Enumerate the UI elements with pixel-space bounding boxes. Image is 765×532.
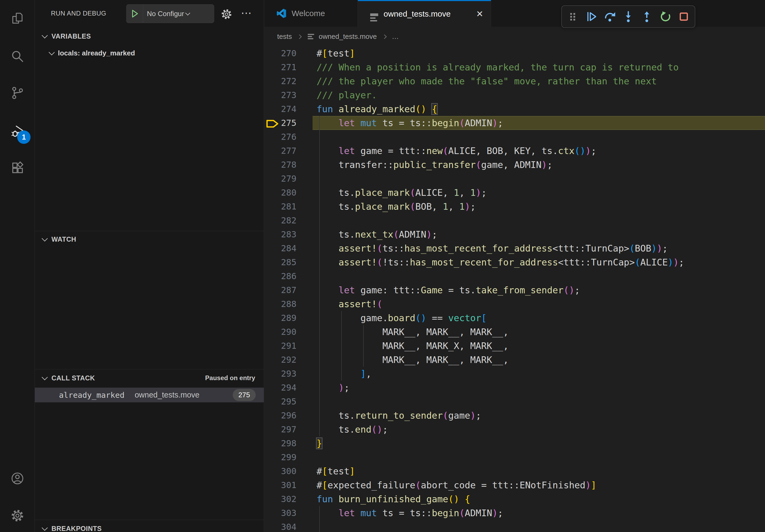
line-number[interactable]: 290 [264,325,297,339]
section-breakpoints[interactable]: BREAKPOINTS [35,521,264,532]
extensions-icon[interactable] [0,154,35,181]
code-line-270[interactable]: 270#[test] [264,46,765,60]
line-number[interactable]: 279 [264,172,297,186]
debug-settings-gear-icon[interactable] [220,8,233,21]
code-line-273[interactable]: 273/// player. [264,88,765,102]
line-content[interactable]: /// player. [317,88,377,102]
code-line-279[interactable]: 279 [264,172,765,186]
line-number[interactable]: 282 [264,213,297,227]
close-icon[interactable]: ✕ [476,9,483,19]
line-content[interactable]: assert!(!ts::has_most_recent_for_address… [317,255,684,269]
code-line-300[interactable]: 300#[test] [264,464,765,478]
line-number[interactable]: 294 [264,381,297,395]
code-line-298[interactable]: 298} [264,436,765,450]
line-number[interactable]: 304 [264,520,297,532]
line-content[interactable]: ts.place_mark(ALICE, 1, 1); [317,186,487,199]
step-into-icon[interactable] [621,9,636,24]
line-content[interactable]: ts.place_mark(BOB, 1, 1); [317,199,476,213]
code-area[interactable]: 270#[test]271/// When a position is alre… [264,46,765,532]
tab-welcome[interactable]: Welcome [264,0,358,27]
line-content[interactable]: MARK__, MARK__, MARK__, [317,325,508,339]
line-content[interactable]: MARK__, MARK_X, MARK__, [317,339,508,353]
line-content[interactable]: let mut ts = ts::begin(ADMIN); [317,116,503,130]
line-number[interactable]: 277 [264,144,297,158]
code-line-275[interactable]: 275 let mut ts = ts::begin(ADMIN); [264,116,765,130]
line-number[interactable]: 292 [264,353,297,367]
line-content[interactable]: assert!(ts::has_most_recent_for_address<… [317,241,668,255]
line-content[interactable]: ts.end(); [317,422,388,436]
line-number[interactable]: 287 [264,283,297,297]
section-watch[interactable]: WATCH [35,232,264,246]
code-line-293[interactable]: 293 ], [264,367,765,381]
line-content[interactable]: MARK__, MARK__, MARK__, [317,353,508,367]
line-number[interactable]: 280 [264,186,297,199]
line-number[interactable]: 288 [264,297,297,311]
code-line-287[interactable]: 287 let game: ttt::Game = ts.take_from_s… [264,283,765,297]
start-debugging-icon[interactable] [127,5,143,23]
step-over-icon[interactable] [602,9,617,24]
code-line-299[interactable]: 299 [264,450,765,464]
line-number[interactable]: 285 [264,255,297,269]
tab-owned-tests-move[interactable]: owned_tests.move ✕ [358,0,491,27]
line-content[interactable]: let game = ttt::new(ALICE, BOB, KEY, ts.… [317,144,596,158]
line-number[interactable]: 283 [264,227,297,241]
line-content[interactable]: let game: ttt::Game = ts.take_from_sende… [317,283,580,297]
code-line-284[interactable]: 284 assert!(ts::has_most_recent_for_addr… [264,241,765,255]
section-call-stack[interactable]: CALL STACK Paused on entry [35,371,264,385]
debug-configuration-dropdown[interactable]: No Configur [126,4,214,23]
continue-icon[interactable] [584,9,599,24]
code-line-294[interactable]: 294 ); [264,381,765,395]
line-number[interactable]: 296 [264,408,297,422]
line-number[interactable]: 272 [264,74,297,88]
line-content[interactable]: fun burn_unfinished_game() { [317,492,470,506]
line-number[interactable]: 295 [264,395,297,408]
line-content[interactable]: #[test] [317,464,355,478]
call-stack-frame-row[interactable]: already_marked owned_tests.move 275 [35,388,264,402]
breadcrumb-folder[interactable]: tests [277,32,292,41]
code-line-280[interactable]: 280 ts.place_mark(ALICE, 1, 1); [264,186,765,199]
code-line-302[interactable]: 302fun burn_unfinished_game() { [264,492,765,506]
line-number[interactable]: 301 [264,478,297,492]
line-number[interactable]: 284 [264,241,297,255]
code-line-271[interactable]: 271/// When a position is already marked… [264,60,765,74]
settings-gear-icon[interactable] [0,502,35,529]
line-number[interactable]: 298 [264,436,297,450]
line-number[interactable]: 303 [264,506,297,520]
account-icon[interactable] [0,465,35,492]
code-line-278[interactable]: 278 transfer::public_transfer(game, ADMI… [264,158,765,172]
step-out-icon[interactable] [639,9,654,24]
line-number[interactable]: 274 [264,102,297,116]
code-line-291[interactable]: 291 MARK__, MARK_X, MARK__, [264,339,765,353]
line-content[interactable]: ts.return_to_sender(game); [317,408,481,422]
code-line-276[interactable]: 276 [264,130,765,144]
line-number[interactable]: 273 [264,88,297,102]
line-content[interactable]: transfer::public_transfer(game, ADMIN); [317,158,552,172]
line-content[interactable]: assert!( [317,297,382,311]
search-icon[interactable] [0,43,35,70]
breadcrumb-symbol-ellipsis[interactable]: … [392,32,399,41]
code-line-290[interactable]: 290 MARK__, MARK__, MARK__, [264,325,765,339]
section-variables[interactable]: VARIABLES [35,29,264,43]
code-line-289[interactable]: 289 game.board() == vector[ [264,311,765,325]
code-line-282[interactable]: 282 [264,213,765,227]
line-number[interactable]: 299 [264,450,297,464]
grip-handle[interactable] [565,9,580,24]
code-line-303[interactable]: 303 let mut ts = ts::begin(ADMIN); [264,506,765,520]
line-number[interactable]: 281 [264,199,297,213]
code-line-272[interactable]: 272/// the player who made the "false" m… [264,74,765,88]
code-line-296[interactable]: 296 ts.return_to_sender(game); [264,408,765,422]
line-content[interactable]: #[expected_failure(abort_code = ttt::ENo… [317,478,596,492]
code-line-274[interactable]: 274fun already_marked() { [264,102,765,116]
code-line-292[interactable]: 292 MARK__, MARK__, MARK__, [264,353,765,367]
line-content[interactable]: ts.next_tx(ADMIN); [317,227,437,241]
line-content[interactable]: #[test] [317,46,355,60]
more-actions-icon[interactable]: ⋯ [239,5,254,20]
files-icon[interactable] [0,5,35,32]
line-number[interactable]: 276 [264,130,297,144]
line-number[interactable]: 297 [264,422,297,436]
line-number[interactable]: 302 [264,492,297,506]
line-number[interactable]: 291 [264,339,297,353]
restart-icon[interactable] [658,9,673,24]
line-content[interactable]: let mut ts = ts::begin(ADMIN); [317,506,503,520]
code-line-285[interactable]: 285 assert!(!ts::has_most_recent_for_add… [264,255,765,269]
